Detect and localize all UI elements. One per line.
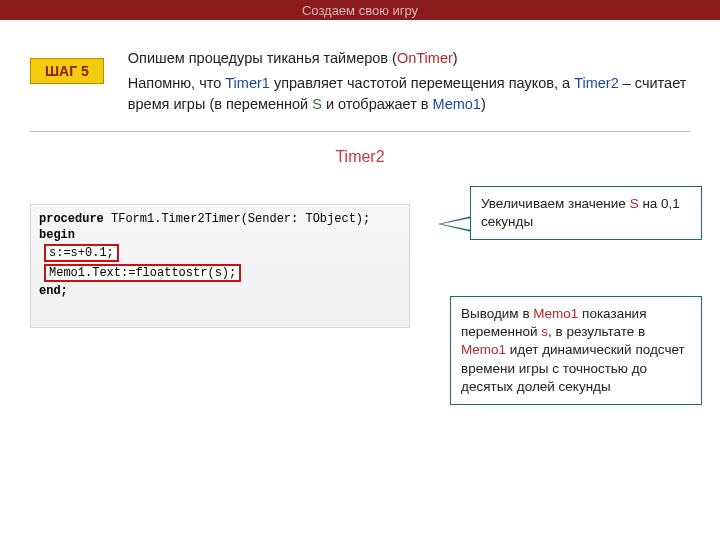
intro-l1-post: ) (453, 50, 458, 66)
c1-s: S (630, 196, 639, 211)
page-banner: Создаем свою игру (0, 0, 720, 20)
intro-line1: Опишем процедуры тиканья таймеров (OnTim… (128, 48, 690, 69)
timer1-keyword: Timer1 (225, 75, 270, 91)
c2-p3: , в результате в (548, 324, 645, 339)
code-panel: procedure TForm1.Timer2Timer(Sender: TOb… (30, 204, 410, 328)
code-line-5: end; (31, 283, 409, 299)
code-kw-procedure: procedure (39, 212, 104, 226)
step-badge: ШАГ 5 (30, 58, 104, 84)
c1-pre: Увеличиваем значение (481, 196, 630, 211)
highlight-line-1: s:=s+0.1; (44, 244, 119, 262)
s-var-keyword: S (312, 96, 322, 112)
intro-l2-p4: и отображает в (322, 96, 433, 112)
c2-p1: Выводим в (461, 306, 533, 321)
code-line-1: procedure TForm1.Timer2Timer(Sender: TOb… (31, 211, 409, 227)
intro-l2-p5: ) (481, 96, 486, 112)
intro-l2-p2: управляет частотой перемещения пауков, а (270, 75, 574, 91)
code-line-3: s:=s+0.1; (31, 243, 409, 263)
intro-l2-p1: Напомню, что (128, 75, 226, 91)
ontimer-keyword: OnTimer (397, 50, 453, 66)
memo1-keyword: Memo1 (433, 96, 481, 112)
code-l1-rest: TForm1.Timer2Timer(Sender: TObject); (104, 212, 370, 226)
intro-line2: Напомню, что Timer1 управляет частотой п… (128, 73, 690, 115)
callout1-tail-inner (441, 218, 471, 230)
divider (30, 131, 690, 132)
callout-increment: Увеличиваем значение S на 0,1 секунды (470, 186, 702, 240)
callout-output: Выводим в Memo1 показания переменной s, … (450, 296, 702, 405)
code-line-2: begin (31, 227, 409, 243)
highlight-line-2: Memo1.Text:=floattostr(s); (44, 264, 241, 282)
intro-l1-pre: Опишем процедуры тиканья таймеров ( (128, 50, 397, 66)
c2-memo1b: Memo1 (461, 342, 506, 357)
timer2-label: Timer2 (30, 148, 690, 166)
timer2-keyword: Timer2 (574, 75, 619, 91)
code-line-4: Memo1.Text:=floattostr(s); (31, 263, 409, 283)
c2-memo1a: Memo1 (533, 306, 578, 321)
